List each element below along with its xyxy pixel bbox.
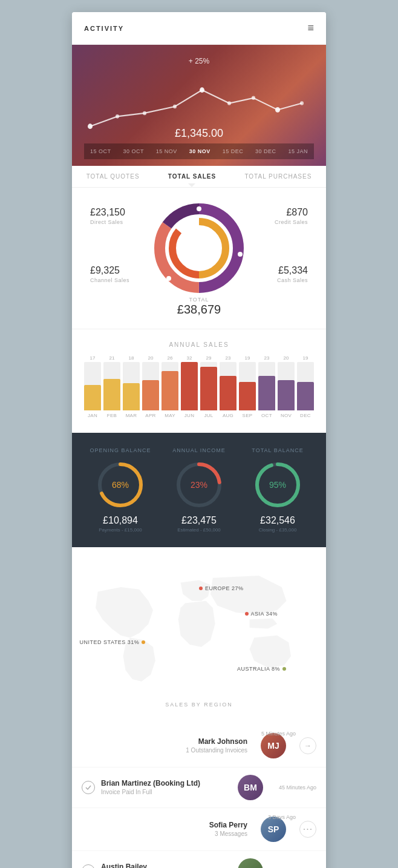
bar-bg-jul: [200, 362, 217, 410]
svg-point-7: [275, 107, 280, 113]
tab-total-purchases[interactable]: TOTAL PURCHASES: [244, 173, 312, 187]
circle-svg-1: 23%: [175, 461, 223, 509]
mark-action[interactable]: →: [299, 737, 316, 754]
timeline-label-3[interactable]: 30 NOV: [189, 148, 210, 154]
map-title: SALES BY REGION: [84, 702, 314, 708]
bar-jan: 17JAN: [84, 355, 101, 418]
bar-bg-apr: [142, 362, 159, 410]
donut-cash-sales: £5,334 Cash Sales: [258, 265, 314, 289]
timeline-label-2: 15 NOV: [156, 148, 177, 154]
menu-icon[interactable]: ≡: [307, 22, 314, 35]
bar-month-sep: SEP: [243, 413, 253, 418]
bar-jun: 32JUN: [181, 355, 198, 418]
svg-point-15: [238, 252, 243, 257]
brian-check[interactable]: [82, 781, 95, 794]
sofia-action[interactable]: ···: [299, 821, 316, 838]
brian-avatar: BM: [238, 775, 263, 800]
circle-svg-2: 95%: [253, 461, 302, 509]
bar-month-jan: JAN: [88, 413, 97, 418]
bar-may: 26MAY: [161, 355, 178, 418]
donut-chart: [151, 200, 247, 297]
bar-dec: 19DEC: [297, 355, 314, 418]
bar-month-jun: JUN: [184, 413, 194, 418]
svg-point-1: [116, 114, 119, 119]
timeline-label-1: 30 OCT: [123, 148, 144, 154]
bar-visual-mar: [123, 383, 140, 410]
mark-name: Mark Johnson: [198, 737, 247, 746]
bar-month-dec: DEC: [300, 413, 311, 418]
bar-number-jun: 32: [187, 355, 192, 361]
bar-visual-apr: [142, 380, 159, 410]
bar-month-mar: MAR: [126, 413, 137, 418]
bar-number-oct: 23: [264, 355, 270, 361]
stat-sub-1: Estimated - £50,000: [177, 527, 221, 533]
activity-item-sofia: 3 Days Ago Sofia Perry 3 Messages SP ···: [72, 808, 326, 851]
tab-total-sales[interactable]: TOTAL SALES: [168, 173, 216, 187]
bar-visual-sep: [239, 382, 256, 411]
bar-visual-nov: [278, 380, 295, 410]
stat-2: TOTAL BALANCE95%£32,546Closing - £35,000: [241, 447, 314, 533]
activity-item-brian: Brian Martinez (Booking Ltd) Invoice Pai…: [72, 768, 326, 808]
stat-1: ANNUAL INCOME23%£23,475Estimated - £50,0…: [163, 447, 235, 533]
tab-total-quotes[interactable]: TOTAL QUOTES: [86, 173, 140, 187]
channel-sales-value: £9,325: [90, 265, 140, 276]
check-mark-icon: [85, 784, 92, 791]
bar-bg-aug: [220, 362, 237, 410]
bar-month-may: MAY: [165, 413, 175, 418]
svg-point-6: [252, 96, 255, 100]
austin-info: Austin Bailey Payment Received: [101, 863, 232, 868]
austin-avatar: AB: [238, 858, 263, 868]
total-value: £38,679: [84, 303, 314, 317]
brian-desc: Invoice Paid In Full: [101, 789, 232, 795]
direct-sales-value: £23,150: [90, 207, 140, 218]
stat-label-2: TOTAL BALANCE: [252, 447, 303, 453]
bar-jul: 29JUL: [200, 355, 217, 418]
bar-mar: 18MAR: [123, 355, 140, 418]
sofia-avatar: SP: [261, 817, 286, 842]
tabs: TOTAL QUOTES TOTAL SALES TOTAL PURCHASES: [72, 166, 326, 188]
svg-point-5: [227, 101, 231, 105]
timestamp-sofia: 3 Days Ago: [268, 814, 296, 820]
bar-visual-may: [161, 371, 178, 410]
mark-info: Mark Johnson 1 Outstanding Invoices: [82, 737, 253, 754]
activity-list: 5 Minutes Ago Mark Johnson 1 Outstanding…: [72, 725, 326, 868]
bar-number-dec: 19: [303, 355, 308, 361]
donut-section: £23,150 Direct Sales: [72, 188, 326, 329]
austin-check[interactable]: [82, 864, 95, 868]
direct-sales-label: Direct Sales: [90, 219, 140, 225]
stat-value-0: £10,894: [103, 515, 138, 526]
header-title: ACTIVITY: [84, 25, 124, 32]
mark-desc: 1 Outstanding Invoices: [186, 747, 247, 754]
stat-value-1: £23,475: [181, 515, 217, 526]
bar-nov: 20NOV: [278, 355, 295, 418]
stats-section: OPENING BALANCE68%£10,894Payments - £15,…: [72, 433, 326, 547]
bar-feb: 21FEB: [103, 355, 120, 418]
bar-chart: 17JAN21FEB18MAR20APR26MAY32JUN29JUL23AUG…: [84, 358, 314, 418]
total-label: TOTAL: [84, 297, 314, 303]
bar-bg-oct: [258, 362, 275, 410]
svg-point-2: [143, 111, 146, 116]
chart-hero: + 25% £1,345.00 15 OCT 30 OCT 15 NOV 30 …: [72, 45, 326, 166]
bar-number-jul: 29: [206, 355, 212, 361]
bar-bg-may: [161, 362, 178, 410]
austin-name: Austin Bailey: [101, 863, 232, 868]
svg-point-16: [166, 276, 171, 281]
timestamp-mark: 5 Minutes Ago: [261, 731, 296, 737]
svg-point-3: [173, 105, 177, 109]
timeline-label-5: 30 DEC: [255, 148, 276, 154]
cash-sales-label: Cash Sales: [258, 277, 308, 283]
brian-time: 45 Minutes Ago: [274, 784, 316, 791]
bar-bg-dec: [297, 362, 314, 410]
app-container: ACTIVITY ≡ + 25% £1,345.00 15 OCT 30 OCT…: [72, 12, 326, 868]
brian-info: Brian Martinez (Booking Ltd) Invoice Pai…: [101, 779, 232, 795]
svg-text:68%: 68%: [112, 480, 129, 490]
header: ACTIVITY ≡: [72, 12, 326, 45]
bar-month-apr: APR: [145, 413, 155, 418]
bar-aug: 23AUG: [220, 355, 237, 418]
bar-visual-jun: [181, 362, 198, 410]
stat-label-0: OPENING BALANCE: [90, 447, 151, 453]
bar-number-feb: 21: [109, 355, 115, 361]
svg-point-4: [200, 87, 204, 93]
bar-month-nov: NOV: [281, 413, 292, 418]
bar-visual-jul: [200, 367, 217, 411]
